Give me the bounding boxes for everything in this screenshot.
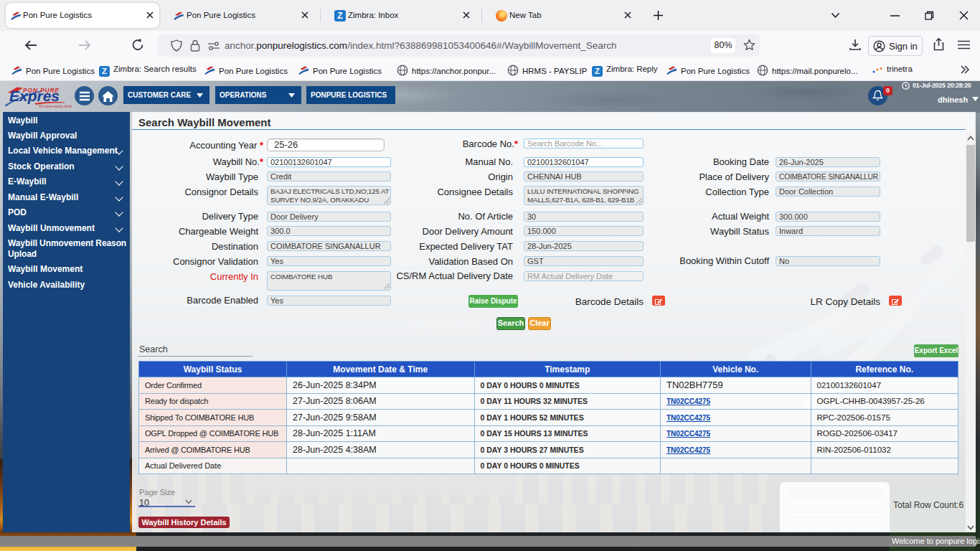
svg-text:On time every time: On time every time <box>39 104 72 108</box>
svg-text:Expres: Expres <box>9 88 60 104</box>
